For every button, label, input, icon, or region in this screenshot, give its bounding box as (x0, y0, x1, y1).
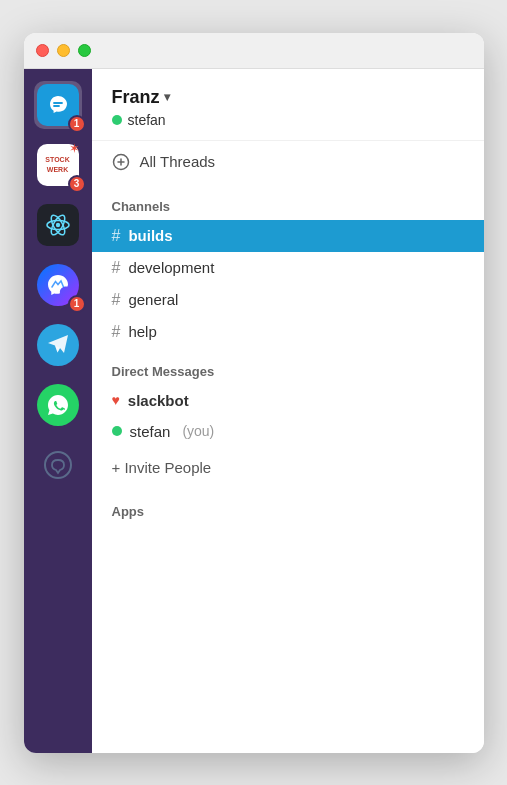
svg-point-3 (55, 222, 59, 226)
dm-name-stefan: stefan (130, 423, 171, 440)
status-online-dot (112, 115, 122, 125)
sidebar-item-telegram[interactable] (34, 321, 82, 369)
channel-item-development[interactable]: # development (92, 252, 484, 284)
sidebar-item-whatsapp[interactable] (34, 381, 82, 429)
all-threads-label: All Threads (140, 153, 216, 170)
main-content: All Threads Channels # builds # developm… (92, 141, 484, 753)
close-button[interactable] (36, 44, 49, 57)
sidebar-item-chat[interactable] (34, 441, 82, 489)
maximize-button[interactable] (78, 44, 91, 57)
dm-name-slackbot: slackbot (128, 392, 189, 409)
channel-item-help[interactable]: # help (92, 316, 484, 348)
telegram-icon (37, 324, 79, 366)
minimize-button[interactable] (57, 44, 70, 57)
sidebar: 1 STOCKWERK ✶ 3 (24, 69, 92, 753)
dm-you-label: (you) (182, 423, 214, 439)
all-threads-item[interactable]: All Threads (92, 141, 484, 183)
main-header: Franz ▾ stefan (92, 69, 484, 141)
user-status: stefan (112, 112, 464, 128)
hash-icon: # (112, 323, 121, 341)
hash-icon: # (112, 227, 121, 245)
stockwerk-badge: 3 (68, 175, 86, 193)
status-online-dot-stefan (112, 426, 122, 436)
channel-name-builds: builds (128, 227, 172, 244)
franz-badge: 1 (68, 115, 86, 133)
apps-section-header: Apps (92, 488, 484, 525)
channel-name-help: help (128, 323, 156, 340)
invite-label: + Invite People (112, 459, 212, 476)
sidebar-item-franz[interactable]: 1 (34, 81, 82, 129)
workspace-name: Franz (112, 87, 160, 108)
channels-section-header: Channels (92, 183, 484, 220)
react-icon (37, 204, 79, 246)
invite-people-item[interactable]: + Invite People (92, 447, 484, 488)
channel-name-general: general (128, 291, 178, 308)
username-label: stefan (128, 112, 166, 128)
sidebar-item-stockwerk[interactable]: STOCKWERK ✶ 3 (34, 141, 82, 189)
chat-icon (37, 444, 79, 486)
channel-item-builds[interactable]: # builds (92, 220, 484, 252)
messenger-badge: 1 (68, 295, 86, 313)
main-panel: Franz ▾ stefan (92, 69, 484, 753)
threads-icon (112, 153, 130, 171)
whatsapp-icon (37, 384, 79, 426)
title-bar (24, 33, 484, 69)
dm-item-slackbot[interactable]: ♥ slackbot (92, 385, 484, 416)
channel-name-development: development (128, 259, 214, 276)
dm-section-header: Direct Messages (92, 348, 484, 385)
content-area: 1 STOCKWERK ✶ 3 (24, 69, 484, 753)
sidebar-item-react[interactable] (34, 201, 82, 249)
hash-icon: # (112, 291, 121, 309)
dm-item-stefan[interactable]: stefan (you) (92, 416, 484, 447)
workspace-title[interactable]: Franz ▾ (112, 87, 464, 108)
app-window: 1 STOCKWERK ✶ 3 (24, 33, 484, 753)
channel-item-general[interactable]: # general (92, 284, 484, 316)
hash-icon: # (112, 259, 121, 277)
sidebar-item-messenger[interactable]: 1 (34, 261, 82, 309)
heart-icon: ♥ (112, 392, 120, 408)
chevron-down-icon: ▾ (164, 90, 170, 104)
